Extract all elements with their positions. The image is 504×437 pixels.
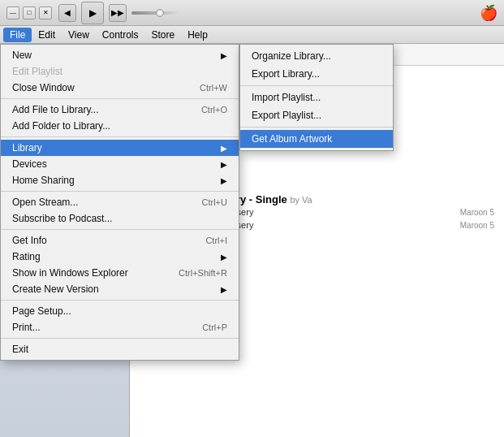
menu-rating-label: Rating [12,251,41,262]
menu-rating-arrow: ▶ [221,253,227,262]
misery-info: Misery - Single by Va 1 Misery Maroon 5 … [213,193,494,231]
menu-new-label: New [12,50,32,61]
menu-home-sharing-arrow: ▶ [221,176,227,185]
menu-home-sharing[interactable]: Home Sharing ▶ [1,172,239,188]
menu-file[interactable]: File [3,28,32,42]
menu-add-file-shortcut: Ctrl+O [201,105,227,115]
menu-get-info-label: Get Info [12,235,47,246]
close-button[interactable]: ✕ [39,6,52,19]
menu-create-version-arrow: ▶ [221,285,227,294]
menu-store[interactable]: Store [145,28,182,42]
misery-track-2: 1 Misery Maroon 5 [213,218,494,231]
submenu-export-playlist-label: Export Playlist... [252,110,321,121]
menu-get-info[interactable]: Get Info Ctrl+I [1,232,239,249]
apple-logo-icon: 🍎 [480,4,498,22]
submenu-sep2 [240,127,393,128]
title-bar: — □ ✕ ◀ ▶ ▶▶ 🍎 [0,0,504,26]
menu-create-version[interactable]: Create New Version ▶ [1,281,239,297]
submenu-get-album-artwork-label: Get Album Artwork [252,133,332,145]
menu-devices-label: Devices [12,158,47,170]
back-button[interactable]: ◀ [58,4,76,22]
menu-home-sharing-label: Home Sharing [12,175,75,186]
misery-track-1: 1 Misery Maroon 5 [213,206,494,218]
menu-close-shortcut: Ctrl+W [200,83,227,93]
menu-print-shortcut: Ctrl+P [202,322,227,332]
menu-get-info-shortcut: Ctrl+I [205,236,227,245]
sep3 [1,191,239,192]
submenu-sep1 [240,85,393,86]
play-button[interactable]: ▶ [81,2,104,24]
menu-exit[interactable]: Exit [1,341,239,357]
menu-close-window-label: Close Window [12,82,75,93]
library-submenu: Organize Library... Export Library... Im… [239,44,394,151]
submenu-import-playlist[interactable]: Import Playlist... [240,89,393,106]
menu-controls[interactable]: Controls [96,28,145,42]
menu-bar: File Edit View Controls Store Help [0,26,504,44]
menu-show-explorer-label: Show in Windows Explorer [12,267,128,279]
window-controls[interactable]: — □ ✕ [6,6,52,19]
submenu-get-album-artwork[interactable]: Get Album Artwork [240,130,393,148]
submenu-export-playlist[interactable]: Export Playlist... [240,106,393,124]
sep2 [1,136,239,137]
menu-open-stream-label: Open Stream... [12,197,78,208]
menu-print[interactable]: Print... Ctrl+P [1,319,239,335]
menu-subscribe-podcast[interactable]: Subscribe to Podcast... [1,210,239,227]
sep5 [1,300,239,301]
menu-devices[interactable]: Devices ▶ [1,156,239,172]
submenu-organize-label: Organize Library... [252,50,331,62]
submenu-export-library[interactable]: Export Library... [240,65,393,83]
menu-add-folder-label: Add Folder to Library... [12,120,110,132]
menu-library-label: Library [12,142,42,154]
menu-edit-playlist: Edit Playlist [1,63,239,80]
menu-help[interactable]: Help [181,28,214,42]
menu-add-file[interactable]: Add File to Library... Ctrl+O [1,102,239,118]
menu-rating[interactable]: Rating ▶ [1,249,239,265]
menu-add-file-label: Add File to Library... [12,104,99,115]
sep6 [1,338,239,339]
restore-button[interactable]: □ [23,6,36,19]
minimize-button[interactable]: — [6,6,19,19]
menu-exit-label: Exit [12,344,28,355]
forward-button[interactable]: ▶▶ [109,4,127,22]
menu-open-stream[interactable]: Open Stream... Ctrl+U [1,194,239,210]
menu-close-window[interactable]: Close Window Ctrl+W [1,80,239,96]
misery-track1-name: Misery [227,207,460,217]
misery-by: by Va [290,195,312,205]
submenu-import-playlist-label: Import Playlist... [252,92,321,103]
menu-show-explorer-shortcut: Ctrl+Shift+R [179,268,227,278]
menu-show-explorer[interactable]: Show in Windows Explorer Ctrl+Shift+R [1,265,239,281]
misery-track2-name: Misery [227,220,460,230]
menu-view[interactable]: View [62,28,96,42]
file-menu-dropdown: New ▶ Edit Playlist Close Window Ctrl+W … [0,44,239,361]
menu-add-folder[interactable]: Add Folder to Library... [1,118,239,134]
menu-create-version-label: Create New Version [12,283,99,295]
submenu-export-library-label: Export Library... [252,68,320,80]
menu-page-setup-label: Page Setup... [12,305,71,317]
menu-subscribe-podcast-label: Subscribe to Podcast... [12,213,112,224]
menu-print-label: Print... [12,322,41,333]
sep1 [1,98,239,99]
menu-library[interactable]: Library ▶ [1,140,239,156]
menu-new-arrow: ▶ [221,51,227,60]
misery-track2-artist: Maroon 5 [460,221,494,230]
menu-new[interactable]: New ▶ [1,47,239,63]
menu-edit-playlist-label: Edit Playlist [12,66,62,77]
submenu-organize-library[interactable]: Organize Library... [240,47,393,65]
transport-controls[interactable]: ◀ ▶ ▶▶ [58,2,180,24]
volume-knob[interactable] [156,9,164,17]
menu-open-stream-shortcut: Ctrl+U [202,197,227,207]
menu-page-setup[interactable]: Page Setup... [1,303,239,319]
misery-track1-artist: Maroon 5 [460,208,494,217]
menu-devices-arrow: ▶ [221,160,227,169]
menu-edit[interactable]: Edit [32,28,62,42]
menu-library-arrow: ▶ [221,144,227,153]
sep4 [1,229,239,230]
volume-slider[interactable] [131,11,180,15]
